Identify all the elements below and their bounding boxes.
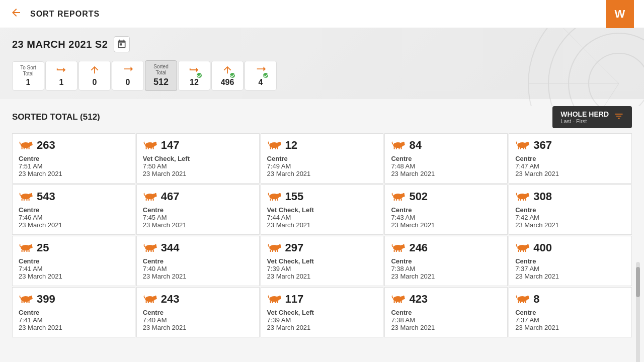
svg-point-149 — [279, 295, 281, 297]
animal-card[interactable]: 263 Centre 7:51 AM 23 March 2021 — [12, 133, 135, 184]
animal-card[interactable]: 399 Centre 7:41 AM 23 March 2021 — [12, 287, 135, 337]
scrollbar-track[interactable] — [636, 262, 640, 362]
svg-rect-153 — [394, 301, 395, 303]
animal-card[interactable]: 84 Centre 7:48 AM 23 March 2021 — [384, 133, 508, 184]
header: SORT REPORTS W — [0, 0, 644, 28]
svg-rect-148 — [277, 301, 278, 303]
cow-icon — [143, 242, 157, 254]
animal-time: 7:51 AM — [19, 162, 129, 170]
animal-date: 23 March 2021 — [515, 324, 625, 331]
svg-point-165 — [527, 295, 529, 297]
stat-turn-right[interactable]: 0 — [112, 61, 144, 90]
animal-time: 7:38 AM — [391, 316, 501, 324]
animal-card[interactable]: 155 Vet Check, Left 7:44 AM 23 March 202… — [261, 185, 384, 235]
animal-time: 7:39 AM — [267, 265, 377, 273]
animal-card[interactable]: 243 Centre 7:40 AM 23 March 2021 — [136, 287, 260, 337]
stat-arrow-up-check[interactable]: 496 — [211, 61, 244, 90]
animal-card[interactable]: 308 Centre 7:42 AM 23 March 2021 — [509, 185, 632, 235]
turn-right-icon — [122, 64, 133, 77]
animal-card[interactable]: 344 Centre 7:40 AM 23 March 2021 — [136, 236, 260, 286]
animal-sort: Centre — [143, 206, 253, 214]
svg-rect-97 — [145, 249, 146, 251]
stat-turn-left-check[interactable]: 12 — [178, 61, 210, 90]
animal-card[interactable]: 423 Centre 7:38 AM 23 March 2021 — [384, 287, 508, 337]
animal-time: 7:41 AM — [19, 265, 129, 273]
stat-turn-left[interactable]: 1 — [45, 61, 77, 90]
svg-rect-116 — [401, 249, 402, 251]
svg-rect-122 — [520, 249, 521, 251]
svg-point-14 — [31, 144, 33, 145]
svg-point-133 — [30, 295, 32, 297]
turn-left-icon — [56, 64, 67, 77]
filter-title: WHOLE HERD — [560, 110, 609, 118]
scrollbar-thumb[interactable] — [636, 267, 640, 297]
svg-rect-145 — [270, 301, 271, 303]
animal-number: 147 — [161, 139, 180, 152]
svg-point-150 — [280, 298, 281, 299]
card-top: 117 — [267, 293, 377, 306]
svg-rect-28 — [277, 147, 278, 149]
svg-rect-137 — [145, 301, 146, 303]
svg-rect-115 — [399, 249, 400, 251]
animal-time: 7:40 AM — [143, 316, 253, 324]
animal-card[interactable]: 297 Vet Check, Left 7:39 AM 23 March 202… — [261, 236, 384, 286]
animal-card[interactable]: 8 Centre 7:37 AM 23 March 2021 — [509, 287, 632, 337]
card-top: 12 — [267, 139, 377, 152]
svg-point-86 — [528, 195, 529, 196]
animal-card[interactable]: 117 Vet Check, Left 7:39 AM 23 March 202… — [261, 287, 384, 337]
animal-date: 23 March 2021 — [143, 273, 253, 280]
animal-time: 7:49 AM — [267, 162, 377, 170]
animal-number: 344 — [161, 241, 180, 254]
animal-card[interactable]: 246 Centre 7:38 AM 23 March 2021 — [384, 236, 508, 286]
cow-icon — [19, 191, 33, 203]
cow-icon — [19, 293, 33, 306]
svg-rect-124 — [525, 249, 526, 251]
stat-sorted-total[interactable]: SortedTotal 512 — [145, 60, 177, 91]
animal-sort: Centre — [267, 155, 377, 162]
back-button[interactable] — [10, 7, 22, 22]
filter-button[interactable]: WHOLE HERD Last - First — [552, 106, 632, 128]
animal-card[interactable]: 502 Centre 7:43 AM 23 March 2021 — [384, 185, 508, 235]
cow-icon — [267, 139, 281, 152]
svg-rect-114 — [396, 249, 397, 251]
animal-date: 23 March 2021 — [143, 324, 253, 331]
svg-point-109 — [279, 244, 281, 246]
page-title: SORT REPORTS — [30, 10, 100, 19]
svg-point-126 — [528, 246, 529, 247]
animal-card[interactable]: 400 Centre 7:37 AM 23 March 2021 — [509, 236, 632, 286]
svg-rect-27 — [275, 147, 276, 149]
svg-rect-41 — [518, 147, 519, 149]
svg-rect-161 — [518, 301, 519, 303]
animal-number: 246 — [409, 241, 428, 254]
svg-rect-100 — [152, 249, 153, 251]
svg-rect-162 — [520, 301, 521, 303]
svg-point-53 — [30, 193, 32, 195]
animal-sort: Vet Check, Left — [143, 155, 253, 162]
animal-sort: Vet Check, Left — [267, 257, 377, 265]
cow-icon — [19, 242, 33, 254]
svg-rect-35 — [399, 147, 400, 149]
animal-date: 23 March 2021 — [19, 324, 129, 331]
svg-rect-90 — [24, 249, 25, 251]
svg-rect-140 — [152, 301, 153, 303]
svg-rect-19 — [150, 147, 151, 149]
svg-rect-34 — [396, 147, 397, 149]
animal-sort: Centre — [391, 206, 501, 214]
turn-right-check-icon — [255, 64, 266, 77]
animal-card[interactable]: 147 Vet Check, Left 7:50 AM 23 March 202… — [136, 133, 260, 184]
stat-turn-right-check[interactable]: 4 — [245, 61, 277, 90]
animal-time: 7:46 AM — [19, 214, 129, 221]
content-area: 23 MARCH 2021 S2 To SortTotal 1 1 0 — [0, 28, 644, 99]
card-top: 502 — [391, 190, 501, 203]
animal-card[interactable]: 25 Centre 7:41 AM 23 March 2021 — [12, 236, 135, 286]
animal-card[interactable]: 543 Centre 7:46 AM 23 March 2021 — [12, 185, 135, 235]
animal-card[interactable]: 12 Centre 7:49 AM 23 March 2021 — [261, 133, 384, 184]
calendar-icon[interactable] — [114, 36, 130, 52]
animal-time: 7:41 AM — [19, 316, 129, 324]
stat-arrow-up[interactable]: 0 — [78, 61, 111, 90]
stat-to-sort-total[interactable]: To SortTotal 1 — [12, 61, 44, 90]
svg-point-142 — [155, 298, 157, 299]
animal-card[interactable]: 367 Centre 7:47 AM 23 March 2021 — [509, 133, 632, 184]
svg-rect-49 — [22, 198, 23, 200]
animal-card[interactable]: 467 Centre 7:45 AM 23 March 2021 — [136, 185, 260, 235]
